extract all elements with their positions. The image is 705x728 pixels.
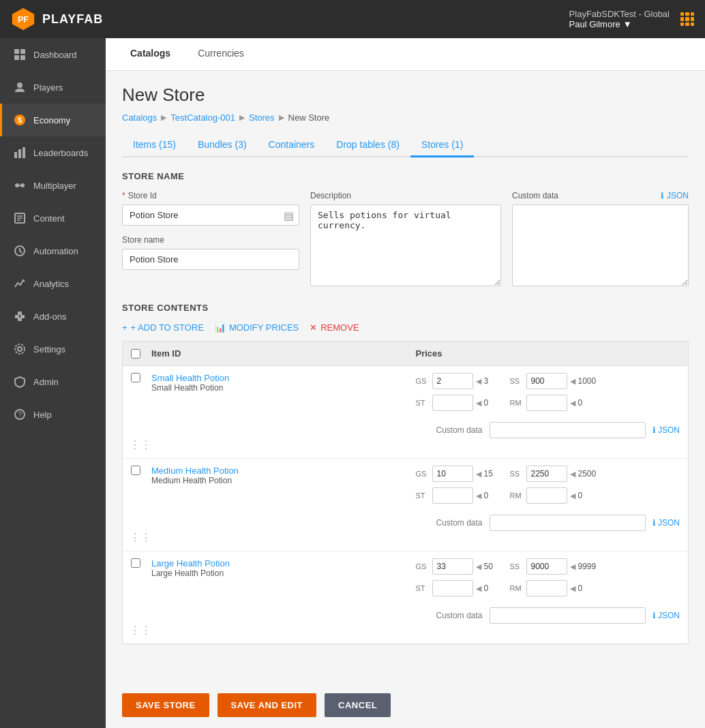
price-gs-3: GS ◀ 50 xyxy=(416,558,505,575)
sidebar-label-admin: Admin xyxy=(33,377,59,387)
price-rm-2: RM ◀ 0 xyxy=(510,487,599,504)
cancel-button[interactable]: CANCEL xyxy=(325,693,391,717)
item-id-link-1[interactable]: Small Health Potion xyxy=(151,373,416,383)
x-icon: ✕ xyxy=(310,322,317,333)
row-checkbox-1[interactable] xyxy=(131,373,140,382)
description-textarea[interactable] xyxy=(310,204,501,286)
store-name-label: Store name xyxy=(122,235,299,245)
addons-icon xyxy=(13,309,27,323)
sidebar-item-players[interactable]: Players xyxy=(0,71,106,104)
price-ss-input-3[interactable] xyxy=(526,558,567,575)
add-to-store-button[interactable]: + + ADD TO STORE xyxy=(122,322,204,333)
price-st-input-2[interactable] xyxy=(432,487,473,504)
store-contents-title: STORE CONTENTS xyxy=(122,303,689,313)
drag-handle-3[interactable]: ⋮⋮ xyxy=(130,624,151,637)
price-rm-3: RM ◀ 0 xyxy=(510,580,599,596)
drag-handle-1[interactable]: ⋮⋮ xyxy=(130,438,151,451)
drag-handle-2[interactable]: ⋮⋮ xyxy=(130,531,151,544)
item-json-link-3[interactable]: ℹ JSON xyxy=(652,611,680,620)
item-id-link-3[interactable]: Large Health Potion xyxy=(151,558,416,568)
sidebar-item-dashboard[interactable]: Dashboard xyxy=(0,38,106,71)
breadcrumb-catalog[interactable]: TestCatalog-001 xyxy=(170,112,235,123)
save-and-edit-button[interactable]: SAVE AND EDIT xyxy=(217,693,316,717)
header-user: PlayFabSDKTest - Global Paul Gilmore ▼ xyxy=(569,9,670,29)
price-st-input-1[interactable] xyxy=(432,395,473,411)
sub-tab-droptables[interactable]: Drop tables (8) xyxy=(325,134,410,157)
price-gs-input-3[interactable] xyxy=(432,558,473,575)
price-ss-input-1[interactable] xyxy=(526,373,567,389)
custom-data-json-link[interactable]: ℹ JSON xyxy=(661,191,689,200)
store-id-input[interactable] xyxy=(122,204,299,226)
row-checkbox-2[interactable] xyxy=(131,466,140,475)
row-checkbox-3[interactable] xyxy=(131,558,140,568)
sub-tab-bundles[interactable]: Bundles (3) xyxy=(187,134,258,157)
table-row: Small Health Potion Small Health Potion … xyxy=(123,366,688,459)
custom-data-input-1[interactable] xyxy=(490,422,646,438)
apps-grid-icon[interactable] xyxy=(680,12,694,26)
table-header: Item ID Prices xyxy=(123,342,688,366)
header-project: PlayFabSDKTest - Global xyxy=(569,9,670,19)
sidebar-label-leaderboards: Leaderboards xyxy=(33,148,88,158)
table-row: Medium Health Potion Medium Health Potio… xyxy=(123,459,688,551)
price-st-input-3[interactable] xyxy=(432,580,473,596)
price-row-2a: GS ◀ 15 SS ◀ 2500 xyxy=(416,466,680,504)
sidebar-item-help[interactable]: ? Help xyxy=(0,398,106,431)
sub-tabs: Items (15) Bundles (3) Containers Drop t… xyxy=(122,134,689,157)
custom-data-label: Custom data xyxy=(512,191,558,200)
sidebar-item-automation[interactable]: Automation xyxy=(0,234,106,267)
sidebar-label-addons: Add-ons xyxy=(33,312,66,322)
save-store-button[interactable]: SAVE STORE xyxy=(122,693,209,717)
analytics-icon xyxy=(13,277,27,290)
item-id-link-2[interactable]: Medium Health Potion xyxy=(151,466,416,476)
tab-currencies[interactable]: Currencies xyxy=(184,38,258,70)
svg-point-13 xyxy=(20,183,25,187)
store-name-section-title: STORE NAME xyxy=(122,171,689,181)
remove-button[interactable]: ✕ REMOVE xyxy=(310,322,359,333)
item-info-3: Large Health Potion Large Health Potion xyxy=(151,558,416,578)
custom-data-input-3[interactable] xyxy=(490,607,646,624)
tab-bar: Catalogs Currencies xyxy=(106,38,705,71)
breadcrumb-catalogs[interactable]: Catalogs xyxy=(122,112,157,123)
row-top-1: Small Health Potion Small Health Potion … xyxy=(131,373,680,451)
custom-data-textarea[interactable] xyxy=(512,204,689,286)
sub-tab-stores[interactable]: Stores (1) xyxy=(410,134,474,157)
breadcrumb-sep-3: ▶ xyxy=(279,113,284,122)
svg-rect-4 xyxy=(14,55,19,60)
sidebar-item-addons[interactable]: Add-ons xyxy=(0,300,106,333)
plus-icon: + xyxy=(122,322,127,333)
players-icon xyxy=(13,80,27,94)
sidebar-item-content[interactable]: Content xyxy=(0,202,106,234)
price-rm-input-3[interactable] xyxy=(526,580,567,596)
sidebar-item-leaderboards[interactable]: Leaderboards xyxy=(0,136,106,169)
sidebar-item-admin[interactable]: Admin xyxy=(0,365,106,398)
price-gs-input-2[interactable] xyxy=(432,466,473,482)
top-header: PF PLAYFAB PlayFabSDKTest - Global Paul … xyxy=(0,0,705,38)
tab-catalogs[interactable]: Catalogs xyxy=(117,38,184,70)
item-json-link-1[interactable]: ℹ JSON xyxy=(652,425,680,435)
sidebar-item-economy[interactable]: $ Economy xyxy=(0,104,106,136)
price-gs-2: GS ◀ 15 xyxy=(416,466,505,482)
price-gs-input-1[interactable] xyxy=(432,373,473,389)
sub-tab-containers[interactable]: Containers xyxy=(258,134,326,157)
breadcrumb-stores[interactable]: Stores xyxy=(249,112,275,123)
custom-data-input-2[interactable] xyxy=(490,515,646,531)
sidebar-item-multiplayer[interactable]: Multiplayer xyxy=(0,169,106,202)
header-username[interactable]: Paul Gilmore ▼ xyxy=(569,19,670,29)
sidebar-item-analytics[interactable]: Analytics xyxy=(0,267,106,300)
price-ss-input-2[interactable] xyxy=(526,466,567,482)
logo-text: PLAYFAB xyxy=(42,12,103,27)
sidebar-label-economy: Economy xyxy=(33,115,70,125)
sub-tab-items[interactable]: Items (15) xyxy=(122,134,187,157)
item-json-link-2[interactable]: ℹ JSON xyxy=(652,518,680,528)
column-item-id: Item ID xyxy=(151,348,416,359)
modify-prices-button[interactable]: 📊 MODIFY PRICES xyxy=(215,322,299,333)
settings-icon xyxy=(13,342,27,356)
custom-data-row-2: Custom data ℹ JSON xyxy=(436,515,680,531)
price-rm-input-1[interactable] xyxy=(526,395,567,411)
store-name-input[interactable] xyxy=(122,249,299,270)
description-group: Description xyxy=(310,191,501,286)
price-rm-input-2[interactable] xyxy=(526,487,567,504)
description-label: Description xyxy=(310,191,501,200)
sidebar-item-settings[interactable]: Settings xyxy=(0,333,106,365)
select-all-checkbox[interactable] xyxy=(131,349,140,359)
